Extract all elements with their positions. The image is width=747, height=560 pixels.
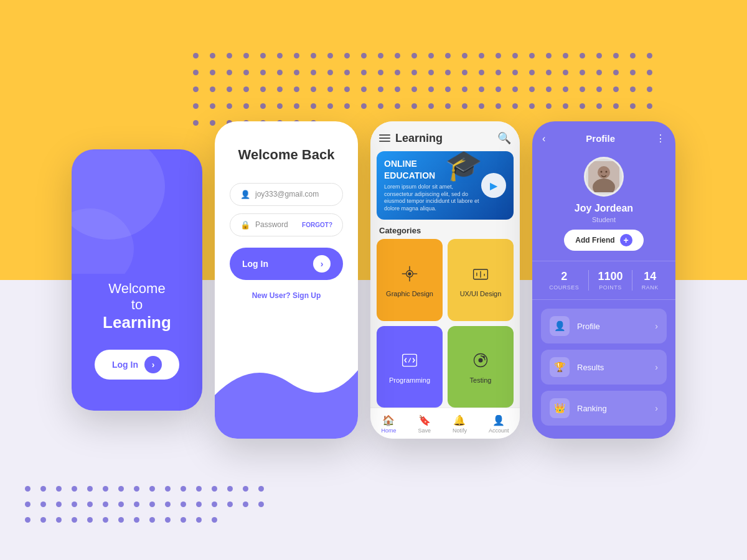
- lock-icon: 🔒: [240, 220, 250, 230]
- email-value: joy333@gmail.com: [255, 190, 319, 198]
- programming-icon: [401, 352, 418, 373]
- nav-home-label: Home: [381, 427, 396, 434]
- signup-link[interactable]: Sign Up: [293, 291, 321, 300]
- profile-title: Profile: [545, 133, 655, 144]
- category-programming[interactable]: Programming: [377, 326, 443, 408]
- hamburger-line2: [379, 138, 390, 139]
- results-menu-icon: 🏆: [550, 357, 570, 377]
- banner-text: ONLINE EDUCATION Lorem ipsum dolor sit a…: [384, 158, 481, 212]
- hamburger-menu[interactable]: [379, 134, 390, 142]
- welcome-line3: Learning: [103, 313, 171, 332]
- courses-value: 2: [549, 270, 579, 283]
- user-name: Joy Jordean: [575, 203, 633, 214]
- add-friend-button[interactable]: Add Friend +: [564, 230, 643, 251]
- points-value: 1100: [598, 270, 622, 283]
- forgot-button[interactable]: FORGOT?: [302, 222, 332, 228]
- welcome-login-button[interactable]: Log In ›: [95, 350, 179, 380]
- ranking-menu-icon: 👑: [550, 398, 570, 418]
- education-banner[interactable]: ONLINE EDUCATION Lorem ipsum dolor sit a…: [377, 151, 514, 220]
- categories-grid: Graphic Design UX/UI Design: [370, 239, 520, 408]
- home-icon: 🏠: [382, 414, 395, 426]
- nav-account[interactable]: 👤 Account: [489, 414, 509, 434]
- graphic-design-label: Graphic Design: [386, 290, 433, 297]
- svg-point-7: [408, 272, 411, 275]
- bottom-navigation: 🏠 Home 🔖 Save 🔔 Notify 👤 Account: [370, 408, 520, 439]
- phone-profile: ‹ Profile ⋮ Joy Jordean Student: [532, 121, 675, 439]
- svg-line-13: [408, 358, 411, 363]
- courses-label: COURSES: [549, 284, 579, 291]
- save-icon: 🔖: [418, 414, 431, 426]
- ux-design-label: UX/UI Design: [460, 290, 502, 297]
- ranking-chevron-icon: ›: [655, 403, 658, 413]
- svg-point-16: [483, 356, 486, 358]
- profile-menu-list: 👤 Profile › 🏆 Results › 👑 Ranking ›: [532, 300, 675, 434]
- testing-label: Testing: [470, 376, 492, 384]
- category-graphic-design[interactable]: Graphic Design: [377, 239, 443, 321]
- nav-notify[interactable]: 🔔 Notify: [453, 414, 467, 434]
- email-icon: 👤: [240, 190, 250, 199]
- password-input-field[interactable]: 🔒 Password FORGOT?: [230, 213, 343, 236]
- welcome-line1: Welcome: [103, 281, 171, 297]
- more-options-icon[interactable]: ⋮: [655, 133, 665, 144]
- learning-top-bar: Learning 🔍: [370, 121, 520, 151]
- phone-learning: Learning 🔍 ONLINE EDUCATION Lorem ipsum …: [370, 121, 520, 439]
- phone-login: Welcome Back 👤 joy333@gmail.com 🔒 Passwo…: [215, 121, 358, 439]
- play-button[interactable]: ▶: [481, 173, 506, 198]
- wave-decoration: [72, 149, 202, 274]
- password-placeholder: Password: [255, 220, 288, 229]
- phones-showcase: Welcome to Learning Log In › Welcome Bac…: [0, 0, 747, 560]
- rank-value: 14: [642, 270, 659, 283]
- nav-home[interactable]: 🏠 Home: [381, 414, 396, 434]
- login-button[interactable]: Log In ›: [230, 248, 343, 280]
- stat-courses: 2 COURSES: [549, 270, 579, 291]
- stat-divider-2: [632, 270, 632, 291]
- plus-icon: +: [620, 234, 632, 246]
- wave-bottom-deco: [215, 358, 358, 439]
- svg-point-15: [479, 358, 483, 363]
- account-icon: 👤: [492, 414, 505, 426]
- menu-item-profile[interactable]: 👤 Profile ›: [541, 309, 667, 343]
- categories-title: Categories: [370, 220, 520, 239]
- stat-rank: 14 RANK: [642, 270, 659, 291]
- profile-menu-icon: 👤: [550, 316, 570, 336]
- testing-icon: [472, 352, 489, 373]
- email-input-field[interactable]: 👤 joy333@gmail.com: [230, 183, 343, 206]
- add-friend-label: Add Friend: [575, 236, 614, 245]
- banner-title-line1: ONLINE: [384, 159, 417, 169]
- nav-account-label: Account: [489, 427, 509, 434]
- avatar-image: [588, 161, 619, 192]
- welcome-login-label: Log In: [112, 360, 138, 370]
- banner-title-line2: EDUCATION: [384, 170, 435, 180]
- menu-item-ranking[interactable]: 👑 Ranking ›: [541, 391, 667, 426]
- login-label: Log In: [242, 259, 268, 269]
- notify-icon: 🔔: [453, 414, 466, 426]
- login-arrow: ›: [313, 255, 331, 273]
- nav-save-label: Save: [418, 427, 431, 434]
- welcome-line2: to: [103, 297, 171, 313]
- banner-description: Lorem ipsum dolor sit amet, consectetur …: [384, 184, 481, 213]
- nav-save[interactable]: 🔖 Save: [418, 414, 431, 434]
- hamburger-line1: [379, 134, 390, 136]
- graphic-design-icon: [401, 265, 418, 286]
- category-testing[interactable]: Testing: [448, 326, 514, 408]
- nav-notify-label: Notify: [453, 427, 467, 434]
- new-user-text: New User?: [252, 291, 291, 300]
- ux-design-icon: [472, 265, 489, 286]
- user-avatar: [584, 157, 624, 197]
- welcome-back-title: Welcome Back: [230, 146, 343, 164]
- profile-chevron-icon: ›: [655, 321, 658, 331]
- welcome-text: Welcome to Learning: [103, 281, 171, 332]
- app-title: Learning: [395, 132, 443, 145]
- category-ux-design[interactable]: UX/UI Design: [448, 239, 514, 321]
- new-user-section: New User? Sign Up: [230, 291, 343, 300]
- svg-point-20: [601, 171, 603, 173]
- menu-item-results[interactable]: 🏆 Results ›: [541, 350, 667, 385]
- title-area: Learning: [379, 132, 443, 145]
- stat-points: 1100 POINTS: [598, 270, 622, 291]
- profile-top-bar: ‹ Profile ⋮: [532, 121, 675, 151]
- search-icon[interactable]: 🔍: [497, 131, 511, 145]
- programming-label: Programming: [389, 376, 430, 384]
- results-menu-label: Results: [577, 363, 647, 372]
- stats-row: 2 COURSES 1100 POINTS 14 RANK: [532, 261, 675, 300]
- login-arrow-icon: ›: [144, 356, 162, 373]
